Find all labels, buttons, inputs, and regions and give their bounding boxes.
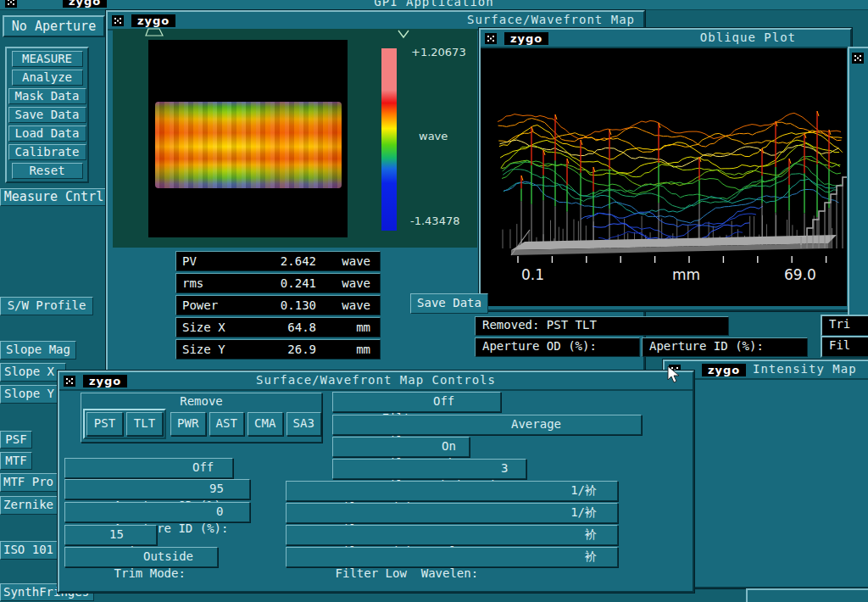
system-menu-icon[interactable] — [64, 376, 75, 387]
filter-trim-field[interactable]: Filter Trim: On — [332, 437, 470, 457]
slope-mag-button[interactable]: Slope Mag — [0, 341, 76, 360]
stat-value: 64.8 — [255, 321, 316, 334]
measure-cntrl-button[interactable]: Measure Cntrl — [0, 188, 108, 206]
remove-group-label: Remove — [81, 393, 321, 409]
filter-high-freq-field[interactable]: Filter High Freq: 1/衸 — [286, 481, 618, 501]
map-plot-area[interactable] — [148, 40, 348, 237]
zygo-logo: zygo — [131, 14, 175, 27]
mtf-button[interactable]: MTF — [0, 452, 32, 470]
remove-selected-frame: PST TLT — [83, 409, 166, 439]
wavefront-phase-map — [155, 102, 342, 188]
app-title: GPI Application — [0, 0, 868, 8]
remove-pwr-button[interactable]: PWR — [170, 412, 206, 436]
aperture-id-field[interactable]: Aperture ID (%): 0 — [64, 502, 250, 522]
field-value: On — [442, 438, 456, 454]
intensity-window-title: Intensity Map — [753, 362, 857, 376]
trim-field[interactable]: Trim: 15 — [64, 525, 157, 545]
mtf-profile-button[interactable]: MTF Pro — [0, 473, 58, 492]
remove-tlt-button[interactable]: TLT — [126, 412, 163, 436]
stat-value: 0.130 — [255, 298, 316, 312]
remove-button-row: PST TLT PWR AST CMA SA3 — [81, 409, 321, 439]
controls-window-title: Surface/Wavefront Map Controls — [256, 373, 496, 387]
system-menu-icon[interactable] — [485, 33, 497, 44]
filter-low-wavelen-field[interactable]: Filter Low Wavelen: 衸 — [286, 547, 618, 567]
system-menu-icon[interactable] — [112, 15, 124, 26]
stat-label: PV — [176, 254, 255, 268]
calibrate-button[interactable]: Calibrate — [8, 144, 86, 160]
load-data-button[interactable]: Load Data — [8, 125, 86, 142]
filter-field[interactable]: Filter: Off — [332, 392, 501, 412]
aperture-id-bar[interactable]: Aperture ID (%): — [642, 337, 808, 357]
colorbar-marker-icon[interactable] — [398, 30, 409, 39]
psf-button[interactable]: PSF — [0, 431, 32, 449]
aperture-od-bar[interactable]: Aperture OD (%): — [475, 337, 640, 357]
field-value: 衸 — [585, 526, 597, 543]
system-menu-icon[interactable] — [852, 53, 864, 64]
map-window-title: Surface/Wavefront Map — [467, 13, 635, 26]
removed-terms-bar: Removed: PST TLT — [475, 316, 729, 336]
colorbar-unit-label: wave — [419, 130, 448, 142]
remove-sa3-button[interactable]: SA3 — [287, 412, 322, 436]
field-value: Outside — [143, 548, 193, 565]
field-value: Average — [511, 415, 561, 432]
field-value: 95 — [209, 480, 224, 497]
stat-unit: wave — [316, 276, 380, 290]
oblique-plot-window: zygo Oblique Plot 0.1 mm 69.0 — [479, 28, 852, 311]
save-data-sidebar-button[interactable]: Save Data — [8, 107, 86, 123]
stat-value: 2.642 — [255, 254, 316, 268]
stat-unit: wave — [316, 254, 380, 268]
filter-bar-clipped: Fil — [821, 336, 868, 358]
gpi-application-screen: zygo GPI Application No Aperture MEASURE… — [0, 0, 868, 602]
colorbar — [381, 48, 397, 231]
reset-button[interactable]: Reset — [12, 163, 83, 179]
remove-ast-button[interactable]: AST — [209, 412, 245, 436]
colorbar-min-label: -1.43478 — [410, 215, 459, 227]
slope-y-button[interactable]: Slope Y — [0, 385, 66, 404]
filter-low-freq-field[interactable]: Filter Low Freq: 1/衸 — [286, 503, 618, 523]
range-slider-marker-icon[interactable] — [145, 28, 164, 36]
zernike-button[interactable]: Zernike — [0, 496, 62, 515]
right-edge-window-strip — [848, 47, 868, 320]
remove-group: Remove PST TLT PWR AST CMA SA3 — [81, 393, 322, 443]
measure-button[interactable]: MEASURE — [12, 51, 83, 67]
stat-unit: wave — [316, 298, 380, 312]
stat-value: 0.241 — [255, 276, 316, 290]
remove-pst-button[interactable]: PST — [86, 412, 123, 436]
stat-row-rms: rms 0.241 wave — [175, 273, 381, 293]
stat-unit: mm — [316, 321, 380, 334]
no-aperture-button[interactable]: No Aperture — [3, 15, 105, 37]
oblique-window-titlebar[interactable]: zygo Oblique Plot — [481, 30, 850, 48]
app-titlebar: zygo GPI Application — [0, 0, 868, 10]
field-value: Off — [433, 393, 454, 410]
remove-cma-button[interactable]: CMA — [248, 412, 283, 436]
map-controls-window: zygo Surface/Wavefront Map Controls Remo… — [58, 371, 694, 593]
save-data-button[interactable]: Save Data — [410, 293, 488, 314]
stat-label: rms — [176, 276, 255, 290]
stat-label: Size X — [176, 321, 255, 334]
sw-profile-button[interactable]: S/W Profile — [0, 297, 93, 315]
field-label: Trim Mode: — [114, 566, 186, 580]
stat-value: 26.9 — [255, 343, 316, 356]
controls-window-titlebar[interactable]: zygo Surface/Wavefront Map Controls — [59, 372, 693, 391]
stat-row-size-y: Size Y 26.9 mm — [175, 339, 381, 360]
intensity-window-titlebar[interactable]: zygo Intensity Map — [665, 361, 868, 380]
field-label: Filter Low Wavelen: — [336, 566, 479, 580]
field-value: 15 — [109, 526, 124, 543]
filter-high-wavelen-field[interactable]: Filter High Wavelen: 衸 — [286, 525, 618, 545]
mask-data-button[interactable]: Mask Data — [8, 88, 86, 104]
trim-mode-field[interactable]: Trim Mode: Outside — [64, 547, 218, 567]
zygo-logo: zygo — [504, 32, 548, 45]
aperture-od-field[interactable]: Aperture OD (%): 95 — [64, 479, 250, 499]
oblique-plot-area[interactable]: 0.1 mm 69.0 — [481, 48, 847, 306]
iso-10110-button[interactable]: ISO 101 — [0, 541, 58, 560]
zygo-logo: zygo — [83, 375, 127, 387]
auto-aperture-field[interactable]: Auto Aperture: Off — [64, 458, 233, 478]
stat-row-pv: PV 2.642 wave — [175, 251, 381, 271]
stat-label: Power — [176, 298, 255, 312]
filter-type-field[interactable]: Filter Type: Average — [332, 415, 642, 435]
slope-x-button[interactable]: Slope X — [0, 363, 66, 382]
colorbar-max-label: +1.20673 — [411, 46, 466, 59]
field-value: 3 — [501, 460, 508, 477]
analyze-button[interactable]: Analyze — [12, 70, 83, 86]
filter-window-size-field[interactable]: Filter Window Size: 3 — [332, 459, 526, 479]
